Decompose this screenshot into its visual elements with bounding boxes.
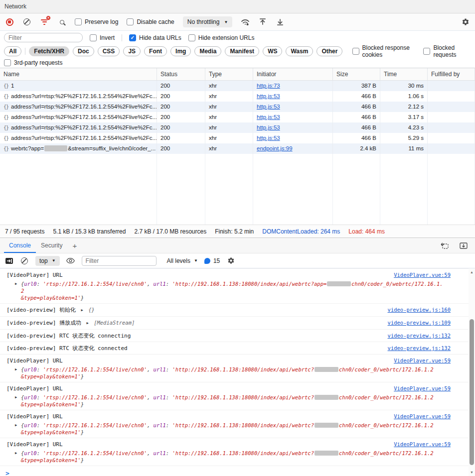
drawer-tab-security[interactable]: Security [36, 238, 67, 253]
console-scrollbar[interactable]: ▲ ▼ [469, 268, 475, 476]
source-link[interactable]: video-preview.js:109 [388, 319, 451, 327]
export-har-icon[interactable] [276, 17, 285, 26]
network-filter-input[interactable] [4, 33, 83, 42]
type-filter-ws[interactable]: WS [263, 46, 282, 56]
console-sidebar-icon[interactable] [4, 256, 13, 265]
initiator-link[interactable]: endpoint.js:99 [257, 145, 293, 151]
panel-tabstrip: Network [0, 0, 475, 13]
type-filter-css[interactable]: CSS [98, 46, 120, 56]
third-party-checkbox[interactable]: 3rd-party requests [4, 59, 62, 66]
record-icon[interactable] [5, 17, 14, 26]
scroll-down-arrow[interactable]: ▼ [469, 471, 475, 474]
source-link[interactable]: VideoPlayer.vue:59 [394, 357, 451, 364]
throttling-select[interactable]: No throttling ▼ [183, 16, 233, 27]
disable-cache-checkbox[interactable]: Disable cache [127, 18, 174, 25]
expand-triangle-icon[interactable]: ▶ [15, 280, 21, 301]
initiator-link[interactable]: http.js:53 [257, 135, 280, 141]
console-message[interactable]: [video-preview] RTC 状态变化 connectedvideo-… [0, 342, 469, 355]
scroll-up-arrow[interactable]: ▲ [469, 270, 475, 274]
column-header-fulfilled-by[interactable]: Fulfilled by [428, 68, 475, 80]
live-expression-eye-icon[interactable] [66, 256, 75, 265]
import-har-icon[interactable] [258, 17, 267, 26]
blocked-requests-checkbox[interactable]: Blocked requests [423, 44, 471, 58]
source-link[interactable]: VideoPlayer.vue:59 [394, 413, 451, 420]
tab-network[interactable]: Network [4, 3, 26, 10]
context-selector[interactable]: top ▼ [35, 256, 60, 266]
source-link[interactable]: video-preview.js:132 [388, 332, 451, 340]
console-message[interactable]: [video-preview] 初始化 ▶ {}video-preview.js… [0, 304, 469, 317]
log-levels-select[interactable]: All levels ▼ [167, 257, 198, 264]
object-segment-plain: , [147, 366, 154, 372]
source-link[interactable]: video-preview.js:132 [388, 345, 451, 352]
source-link[interactable]: VideoPlayer.vue:59 [394, 441, 451, 448]
clear-console-icon[interactable] [20, 256, 29, 265]
type-filter-img[interactable]: Img [170, 46, 191, 56]
dock-bottom-icon[interactable] [459, 241, 468, 250]
console-message[interactable]: [VideoPlayer] URL▶{url0: 'rtsp://172.16.… [0, 410, 469, 438]
console-settings-gear-icon[interactable] [226, 256, 235, 265]
request-time-cell: 2.12 s [380, 102, 428, 112]
undock-drawer-icon[interactable] [440, 241, 449, 250]
column-header-name[interactable]: Name [0, 68, 157, 80]
type-filter-font[interactable]: Font [144, 46, 167, 56]
console-message[interactable]: [VideoPlayer] URL▶{url0: 'rtsp://172.16.… [0, 269, 469, 304]
network-request-row[interactable]: {}address?url=rtsp:%2F%2F172.16.1.2:554%… [0, 122, 475, 133]
expand-triangle-icon[interactable]: ▶ [81, 308, 83, 312]
initiator-link[interactable]: http.js:53 [257, 93, 280, 99]
type-filter-doc[interactable]: Doc [73, 46, 94, 56]
issues-counter[interactable]: 15 [204, 257, 220, 264]
expand-triangle-icon[interactable]: ▶ [87, 321, 89, 325]
type-filter-wasm[interactable]: Wasm [286, 46, 313, 56]
network-request-row[interactable]: {}address?url=rtsp:%2F%2F172.16.1.2:554%… [0, 102, 475, 112]
column-header-type[interactable]: Type [205, 68, 253, 80]
console-message[interactable]: [VideoPlayer] URL▶{url0: 'rtsp://172.16.… [0, 355, 469, 382]
network-conditions-icon[interactable] [241, 17, 250, 26]
preserve-log-checkbox[interactable]: Preserve log [75, 18, 118, 25]
expand-triangle-icon[interactable]: ▶ [15, 450, 21, 464]
network-request-row[interactable]: {}address?url=rtsp:%2F%2F172.16.1.2:554%… [0, 133, 475, 143]
initiator-link[interactable]: http.js:53 [257, 124, 280, 130]
clear-network-icon[interactable] [22, 17, 31, 26]
network-request-row[interactable]: {}webrtc?app=&stream=suffix_live/chn0/co… [0, 143, 475, 154]
hide-extension-urls-checkbox[interactable]: Hide extension URLs [188, 34, 255, 41]
scrollbar-thumb[interactable] [470, 319, 474, 465]
console-prompt[interactable]: > [0, 466, 469, 476]
console-filter-input[interactable] [82, 256, 157, 266]
type-filter-media[interactable]: Media [194, 46, 221, 56]
column-header-status[interactable]: Status [157, 68, 205, 80]
network-filter-icon[interactable]: × [40, 17, 49, 26]
expand-triangle-icon[interactable]: ▶ [15, 394, 21, 408]
blocked-response-cookies-checkbox[interactable]: Blocked response cookies [352, 44, 420, 58]
source-link[interactable]: VideoPlayer.vue:59 [394, 271, 451, 279]
settings-gear-icon[interactable] [461, 17, 470, 26]
console-message[interactable]: [VideoPlayer] URL▶{url0: 'rtsp://172.16.… [0, 382, 469, 410]
type-filter-other[interactable]: Other [317, 46, 342, 56]
initiator-link[interactable]: http.js:53 [257, 114, 280, 120]
network-request-row[interactable]: {}1200xhrhttp.js:73387 B30 ms [0, 81, 475, 91]
drawer-tab-console[interactable]: Console [4, 238, 36, 253]
network-request-row[interactable]: {}address?url=rtsp:%2F%2F172.16.1.2:554%… [0, 91, 475, 102]
type-filter-js[interactable]: JS [123, 46, 141, 56]
column-header-time[interactable]: Time [380, 68, 428, 80]
column-header-size[interactable]: Size [333, 68, 380, 80]
invert-checkbox[interactable]: Invert [90, 34, 115, 41]
network-request-row[interactable]: {}address?url=rtsp:%2F%2F172.16.1.2:554%… [0, 112, 475, 122]
initiator-link[interactable]: http.js:73 [257, 83, 280, 89]
expand-triangle-icon[interactable]: ▶ [15, 422, 21, 436]
column-header-initiator[interactable]: Initiator [253, 68, 333, 80]
type-filter-all[interactable]: All [4, 46, 21, 56]
hide-data-urls-checkbox[interactable]: ✓ Hide data URLs [129, 34, 181, 41]
source-link[interactable]: VideoPlayer.vue:59 [394, 385, 451, 392]
object-preview: {url0: 'rtsp://172.16.1.2:554/live/chn0'… [21, 366, 434, 380]
type-filter-manifest[interactable]: Manifest [225, 46, 259, 56]
type-filter-fetch-xhr[interactable]: Fetch/XHR [29, 46, 69, 56]
add-drawer-tab-button[interactable]: + [67, 238, 82, 253]
expand-triangle-icon[interactable]: ▶ [15, 366, 21, 380]
search-icon[interactable] [57, 17, 66, 26]
disable-cache-label: Disable cache [137, 18, 174, 25]
initiator-link[interactable]: http.js:53 [257, 104, 280, 110]
console-message[interactable]: [VideoPlayer] URL▶{url0: 'rtsp://172.16.… [0, 438, 469, 466]
console-message[interactable]: [video-preview] RTC 状态变化 connectingvideo… [0, 330, 469, 342]
console-message[interactable]: [video-preview] 播放成功 ▶ [MediaStream]vide… [0, 317, 469, 330]
source-link[interactable]: video-preview.js:160 [388, 306, 451, 314]
